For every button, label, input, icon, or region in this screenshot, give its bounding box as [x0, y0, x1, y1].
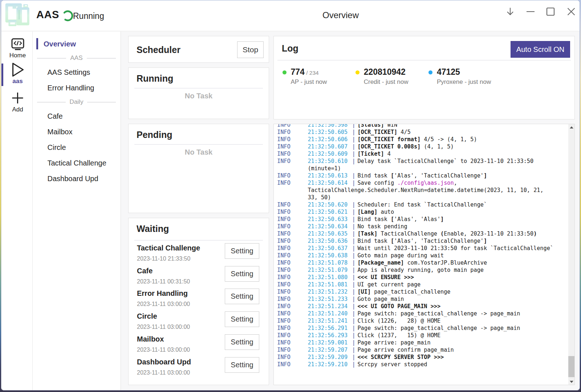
page-title: Overview: [312, 10, 370, 20]
log-line: INFO21:32:51.080|<<< UI ENSURE >>>: [274, 274, 568, 281]
stat-value: 774: [291, 67, 305, 77]
log-scroll-area[interactable]: INFO21:32:50.598|[Status] WININFO21:32:5…: [274, 124, 568, 385]
rail-item-add[interactable]: Add: [2, 91, 33, 113]
setting-button[interactable]: Setting: [225, 357, 259, 373]
log-title: Log: [282, 43, 298, 54]
stop-button[interactable]: Stop: [237, 41, 264, 58]
waiting-task-row: Cafe2023-11-11 00:31:50Setting: [137, 267, 259, 290]
log-line: INFO21:32:50.620|Scheduler: End task `Ta…: [274, 201, 568, 208]
menu-item-mailbox[interactable]: Mailbox: [48, 124, 73, 140]
log-line: INFO21:32:51.234|<<< UI GOTO PAGE_MAIN >…: [274, 303, 568, 310]
app-logo-icon: [4, 2, 31, 27]
pending-empty-text: No Task: [129, 148, 269, 156]
scrollbar-up-arrow[interactable]: [568, 124, 574, 130]
waiting-task-row: Error Handling2023-11-11 03:00:00Setting: [137, 289, 259, 312]
log-line: INFO21:32:51.232|[UI] page_tactical_chal…: [274, 288, 568, 295]
running-empty-text: No Task: [129, 92, 269, 100]
log-line: INFO21:32:59.207|Page arrive confirm pag…: [274, 346, 568, 354]
rail-item-aas[interactable]: aas: [2, 61, 33, 85]
log-line: INFO21:32:51.079|App is already running,…: [274, 266, 568, 274]
rail-label-home: Home: [2, 52, 33, 59]
menu-item-overview[interactable]: Overview: [44, 36, 76, 52]
menu-item-cafe[interactable]: Cafe: [48, 109, 63, 124]
waiting-task-row: Tactical Challenge2023-11-10 21:33:50Set…: [137, 244, 259, 267]
scrollbar-down-arrow[interactable]: [568, 379, 574, 385]
waiting-task-name: Cafe: [137, 267, 153, 275]
stat-label: Credit - just now: [364, 78, 409, 86]
setting-button[interactable]: Setting: [225, 311, 259, 327]
log-card: Log Auto Scroll ON 774 / 234AP - just no…: [273, 36, 575, 119]
log-line-continuation: TacticalChallenge.Scheduler.NextRun=date…: [274, 187, 568, 194]
waiting-task-row: Circle2023-11-11 03:00:00Setting: [137, 312, 259, 335]
log-line: INFO21:32:50.635|[Task] TacticalChalleng…: [274, 230, 568, 237]
divider: [134, 240, 263, 241]
menu-item-aas-settings[interactable]: AAS Settings: [48, 65, 90, 80]
scheduler-title: Scheduler: [137, 45, 180, 55]
log-line: INFO21:32:59.209|<<< SCRCPY SERVER STOP …: [274, 354, 568, 361]
scrollbar-thumb[interactable]: [568, 356, 574, 377]
log-line: INFO21:32:50.606|[OCR_TICKET format] 4/5…: [274, 136, 568, 143]
menu-item-error-handling[interactable]: Error Handling: [48, 80, 94, 96]
stat-max: / 234: [305, 70, 319, 76]
menu-item-dashboard-upd[interactable]: Dashboard Upd: [48, 171, 98, 187]
left-rail: Home aas Add: [1, 32, 33, 391]
app-window: AAS Running Overview: [1, 0, 580, 391]
waiting-task-next-run: 2023-11-11 03:00:00: [137, 324, 190, 330]
log-output-panel: INFO21:32:50.598|[Status] WININFO21:32:5…: [273, 124, 575, 385]
stat-dot-icon: [428, 70, 432, 74]
log-line: INFO21:32:50.607|[OCR_TICKET 0.008s] (4,…: [274, 143, 568, 150]
rail-label-aas: aas: [2, 78, 33, 85]
auto-scroll-button[interactable]: Auto Scroll ON: [511, 41, 570, 58]
log-line: INFO21:32:59.001|Page arrive: page_main: [274, 339, 568, 346]
log-line: INFO21:32:59.210|Scrcpy server stopped: [274, 361, 568, 368]
app-name: AAS: [36, 9, 59, 21]
arrow-down-icon: [506, 7, 515, 16]
waiting-task-next-run: 2023-11-11 03:00:00: [137, 301, 190, 307]
waiting-card: Waiting Tactical Challenge2023-11-10 21:…: [128, 218, 269, 385]
waiting-task-name: Tactical Challenge: [137, 244, 200, 252]
app-status: Running: [73, 11, 104, 21]
divider: [277, 60, 571, 61]
setting-button[interactable]: Setting: [225, 243, 259, 259]
code-monitor-icon: [2, 38, 33, 50]
waiting-task-row: Mailbox2023-11-11 03:00:00Setting: [137, 335, 259, 358]
log-scrollbar[interactable]: [568, 124, 574, 385]
log-line: INFO21:32:50.636|Bind task ['Alas', 'Tac…: [274, 237, 568, 245]
running-spinner-icon: [62, 10, 73, 21]
menu-sidebar: OverviewAASAAS SettingsError HandlingDai…: [33, 32, 121, 391]
stat-dot-icon: [283, 70, 287, 74]
divider: [134, 88, 263, 89]
setting-button[interactable]: Setting: [225, 334, 259, 350]
waiting-task-row: Dashboard Upd2023-11-11 03:00:00Setting: [137, 358, 259, 381]
menu-item-circle[interactable]: Circle: [48, 140, 66, 155]
setting-button[interactable]: Setting: [225, 289, 259, 304]
log-line: INFO21:32:50.598|[Status] WIN: [274, 124, 568, 128]
log-line: INFO21:32:50.633|Bind task ['Alas', 'Ala…: [274, 216, 568, 223]
setting-button[interactable]: Setting: [225, 266, 259, 282]
rail-label-add: Add: [2, 106, 33, 113]
waiting-task-next-run: 2023-11-11 03:00:00: [137, 347, 190, 353]
menu-section-daily: Daily: [37, 96, 116, 109]
menu-section-aas: AAS: [37, 52, 116, 65]
rail-item-home[interactable]: Home: [2, 38, 33, 59]
log-line: INFO21:32:56.293|Click (1237, 15) @ HOME: [274, 332, 568, 339]
log-line: INFO21:32:50.638|Goto main page during w…: [274, 252, 568, 259]
download-window-button[interactable]: [504, 5, 516, 18]
log-line: INFO21:32:51.241|Click (1226, 28) @ HOME: [274, 317, 568, 324]
minimize-icon: [526, 7, 535, 16]
log-line: INFO21:32:51.078|[Package_name] com.Yost…: [274, 259, 568, 266]
waiting-task-name: Error Handling: [137, 289, 188, 298]
close-button[interactable]: [565, 5, 577, 18]
stat-value: 47125: [437, 67, 460, 77]
pending-card: Pending No Task: [128, 124, 269, 213]
divider: [134, 144, 263, 145]
log-line: INFO21:32:51.081|UI get current page: [274, 281, 568, 288]
log-line: INFO21:32:50.634|No task pending: [274, 223, 568, 230]
running-card: Running No Task: [128, 68, 269, 119]
maximize-button[interactable]: [544, 5, 557, 18]
minimize-button[interactable]: [524, 5, 537, 18]
menu-item-tactical-challenge[interactable]: Tactical Challenge: [48, 155, 106, 171]
waiting-task-next-run: 2023-11-11 03:00:00: [137, 369, 190, 376]
waiting-task-next-run: 2023-11-11 00:31:50: [137, 278, 190, 285]
stat-value: 220810942: [364, 67, 406, 77]
